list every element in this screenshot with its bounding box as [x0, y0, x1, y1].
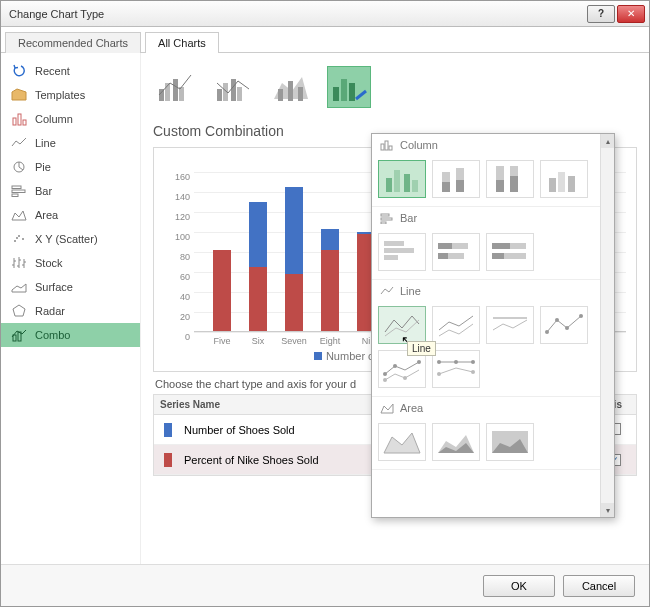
type-clustered-column[interactable]	[378, 160, 426, 198]
svg-point-67	[403, 376, 407, 380]
svg-rect-24	[333, 87, 339, 101]
sidebar-item-surface[interactable]: Surface	[1, 275, 140, 299]
svg-rect-44	[568, 176, 575, 192]
tooltip: Line	[407, 341, 436, 356]
area-icon	[11, 208, 27, 222]
type-100-stacked-area[interactable]	[486, 423, 534, 461]
sidebar-item-bar[interactable]: Bar	[1, 179, 140, 203]
sidebar-item-scatter[interactable]: X Y (Scatter)	[1, 227, 140, 251]
bar-icon	[380, 212, 394, 224]
svg-point-61	[565, 326, 569, 330]
type-line[interactable]: ↖ Line	[378, 306, 426, 344]
sidebar-item-area[interactable]: Area	[1, 203, 140, 227]
scroll-down-icon[interactable]: ▾	[601, 503, 614, 517]
svg-rect-19	[231, 79, 236, 101]
sidebar-item-label: Column	[35, 113, 73, 125]
templates-icon	[11, 88, 27, 102]
svg-point-7	[14, 240, 16, 242]
dropdown-section-line: Line ↖ Line	[372, 280, 600, 397]
svg-rect-37	[456, 180, 464, 192]
type-100-stacked-line-markers[interactable]	[432, 350, 480, 388]
type-stacked-area[interactable]	[432, 423, 480, 461]
help-button[interactable]: ?	[587, 5, 615, 23]
sidebar-item-combo[interactable]: Combo	[1, 323, 140, 347]
sidebar-item-templates[interactable]: Templates	[1, 83, 140, 107]
combo-thumb-custom[interactable]	[327, 66, 371, 108]
sidebar-item-radar[interactable]: Radar	[1, 299, 140, 323]
titlebar: Change Chart Type ? ✕	[1, 1, 649, 27]
series-name-cell: Percent of Nike Shoes Sold	[178, 450, 394, 470]
svg-rect-35	[442, 182, 450, 192]
window-title: Change Chart Type	[5, 8, 585, 20]
combo-thumb-clustered-column-line-secondary[interactable]	[211, 66, 255, 108]
type-100-stacked-column[interactable]	[486, 160, 534, 198]
svg-point-66	[383, 378, 387, 382]
type-stacked-column[interactable]	[432, 160, 480, 198]
svg-point-63	[383, 372, 387, 376]
tab-strip: Recommended Charts All Charts	[1, 27, 649, 53]
combo-thumb-clustered-column-line[interactable]	[153, 66, 197, 108]
series-name-cell: Number of Shoes Sold	[178, 420, 394, 440]
svg-point-70	[471, 360, 475, 364]
dropdown-section-bar: Bar	[372, 207, 600, 280]
svg-rect-54	[438, 253, 448, 259]
type-line-markers[interactable]	[540, 306, 588, 344]
svg-rect-4	[12, 186, 21, 189]
sidebar-item-label: Surface	[35, 281, 73, 293]
svg-rect-15	[173, 79, 178, 101]
svg-point-9	[22, 238, 24, 240]
svg-rect-6	[12, 194, 18, 197]
svg-rect-45	[381, 214, 389, 216]
svg-rect-49	[384, 248, 414, 253]
line-icon	[380, 285, 394, 297]
sidebar-item-label: Recent	[35, 65, 70, 77]
svg-rect-31	[394, 170, 400, 192]
svg-point-71	[437, 372, 441, 376]
type-100-stacked-line[interactable]	[486, 306, 534, 344]
tab-all-charts[interactable]: All Charts	[145, 32, 219, 53]
area-icon	[380, 402, 394, 414]
sidebar-item-column[interactable]: Column	[1, 107, 140, 131]
svg-point-72	[471, 370, 475, 374]
svg-rect-41	[510, 176, 518, 192]
type-area[interactable]	[378, 423, 426, 461]
main-area: Recent Templates Column Line Pie Bar	[1, 53, 649, 564]
chart-category-sidebar: Recent Templates Column Line Pie Bar	[1, 53, 141, 564]
svg-rect-1	[18, 114, 21, 125]
sidebar-item-line[interactable]: Line	[1, 131, 140, 155]
sidebar-item-pie[interactable]: Pie	[1, 155, 140, 179]
type-3d-clustered-column[interactable]	[540, 160, 588, 198]
sidebar-item-label: Pie	[35, 161, 51, 173]
combo-thumb-stacked-area-column[interactable]	[269, 66, 313, 108]
svg-rect-47	[381, 222, 386, 224]
svg-rect-42	[549, 178, 556, 192]
type-clustered-bar[interactable]	[378, 233, 426, 271]
sidebar-item-recent[interactable]: Recent	[1, 59, 140, 83]
sidebar-item-label: Templates	[35, 89, 85, 101]
sidebar-item-label: Stock	[35, 257, 63, 269]
dialog-footer: OK Cancel	[1, 564, 649, 606]
header-series-name: Series Name	[154, 395, 394, 414]
svg-rect-17	[217, 89, 222, 101]
svg-rect-29	[389, 146, 392, 150]
type-stacked-line[interactable]	[432, 306, 480, 344]
svg-point-60	[555, 318, 559, 322]
type-stacked-bar[interactable]	[432, 233, 480, 271]
dropdown-scrollbar[interactable]: ▴ ▾	[600, 134, 614, 517]
type-100-stacked-bar[interactable]	[486, 233, 534, 271]
svg-rect-39	[496, 180, 504, 192]
scroll-up-icon[interactable]: ▴	[601, 134, 614, 148]
sidebar-item-stock[interactable]: Stock	[1, 251, 140, 275]
ok-button[interactable]: OK	[483, 575, 555, 597]
tab-recommended-charts[interactable]: Recommended Charts	[5, 32, 141, 53]
radar-icon	[11, 304, 27, 318]
svg-point-69	[454, 360, 458, 364]
combo-subtype-row	[153, 63, 637, 111]
close-button[interactable]: ✕	[617, 5, 645, 23]
svg-rect-0	[13, 118, 16, 125]
section-header: Area	[372, 397, 600, 419]
combo-icon	[11, 328, 27, 342]
sidebar-item-label: X Y (Scatter)	[35, 233, 98, 245]
svg-rect-26	[349, 83, 355, 101]
cancel-button[interactable]: Cancel	[563, 575, 635, 597]
